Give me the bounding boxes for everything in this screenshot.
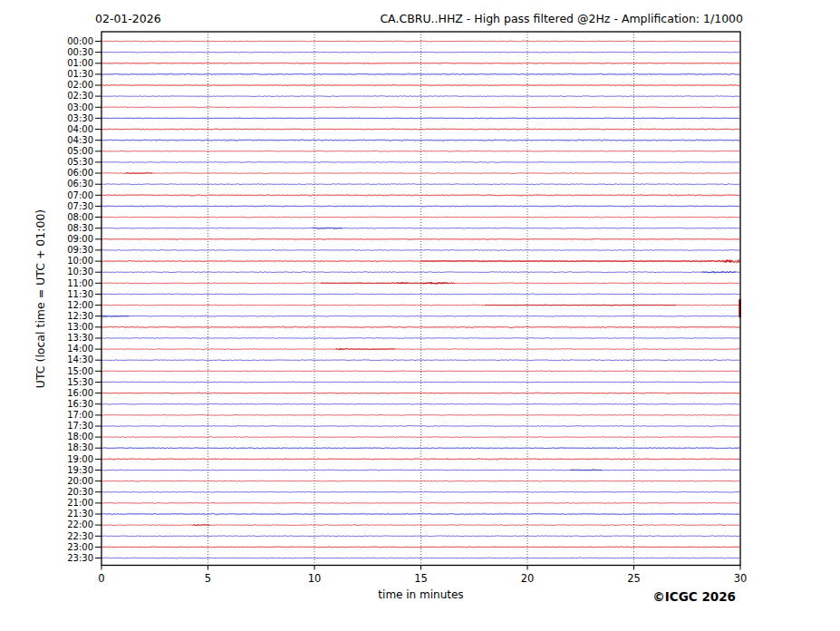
- trace-18:00: [101, 437, 739, 438]
- trace-23:00: [101, 547, 739, 548]
- row-label-06:30: 06:30: [67, 179, 93, 189]
- row-label-17:30: 17:30: [67, 421, 93, 431]
- row-label-16:30: 16:30: [67, 399, 93, 409]
- row-label-21:00: 21:00: [67, 498, 93, 508]
- row-label-02:00: 02:00: [67, 80, 93, 90]
- helicorder-plot: 00:0000:3001:0001:3002:0002:3003:0003:30…: [0, 0, 840, 631]
- row-label-07:30: 07:30: [67, 201, 93, 211]
- figure-title: CA.CBRU..HHZ - High pass filtered @2Hz -…: [380, 12, 743, 25]
- helicorder-figure: 00:0000:3001:0001:3002:0002:3003:0003:30…: [0, 0, 840, 631]
- trace-00:30: [101, 52, 739, 53]
- trace-06:30: [101, 184, 739, 185]
- row-label-13:00: 13:00: [67, 322, 93, 332]
- x-tick-label-25: 25: [627, 572, 641, 585]
- row-label-22:30: 22:30: [67, 531, 93, 541]
- trace-09:30: [101, 249, 739, 250]
- row-label-10:30: 10:30: [67, 267, 93, 277]
- row-label-01:00: 01:00: [67, 58, 93, 68]
- row-label-14:00: 14:00: [67, 344, 93, 354]
- row-label-00:00: 00:00: [67, 36, 93, 46]
- trace-05:00: [101, 150, 739, 151]
- row-label-11:30: 11:30: [67, 289, 93, 299]
- row-label-04:00: 04:00: [67, 124, 93, 134]
- row-label-18:00: 18:00: [67, 432, 93, 442]
- trace-16:30: [101, 403, 739, 404]
- trace-21:00: [101, 502, 739, 503]
- credit-label: ©ICGC 2026: [652, 589, 736, 604]
- x-axis-label: time in minutes: [378, 588, 463, 601]
- row-label-03:30: 03:30: [67, 113, 93, 123]
- row-label-06:00: 06:00: [67, 168, 93, 178]
- row-label-09:30: 09:30: [67, 245, 93, 255]
- trace-15:30: [101, 382, 739, 383]
- trace-event-12:30: [110, 316, 129, 316]
- row-label-15:30: 15:30: [67, 377, 93, 387]
- x-tick-label-10: 10: [308, 572, 322, 585]
- trace-02:30: [101, 96, 739, 97]
- row-label-19:30: 19:30: [67, 465, 93, 475]
- row-label-11:00: 11:00: [67, 278, 93, 288]
- trace-06:00: [101, 173, 739, 174]
- row-label-03:00: 03:00: [67, 102, 93, 112]
- trace-15:00: [101, 371, 739, 372]
- x-tick-label-20: 20: [521, 572, 535, 585]
- trace-23:30: [101, 558, 739, 558]
- trace-12:30: [101, 316, 739, 316]
- row-label-23:00: 23:00: [67, 542, 93, 552]
- trace-17:30: [101, 425, 739, 426]
- x-tick-label-30: 30: [734, 572, 748, 585]
- trace-20:00: [101, 481, 739, 481]
- row-label-10:00: 10:00: [67, 256, 93, 266]
- y-axis-label: UTC (local time = UTC + 01:00): [34, 209, 47, 389]
- row-label-20:00: 20:00: [67, 476, 93, 486]
- row-label-16:00: 16:00: [67, 388, 93, 398]
- row-label-08:30: 08:30: [67, 223, 93, 233]
- row-label-13:30: 13:30: [67, 333, 93, 343]
- trace-03:00: [101, 107, 739, 108]
- trace-11:30: [101, 294, 739, 295]
- row-label-19:00: 19:00: [67, 454, 93, 464]
- row-label-12:00: 12:00: [67, 300, 93, 310]
- row-label-17:00: 17:00: [67, 410, 93, 420]
- row-label-09:00: 09:00: [67, 234, 93, 244]
- row-label-21:30: 21:30: [67, 509, 93, 519]
- x-tick-label-15: 15: [414, 572, 428, 585]
- row-label-12:30: 12:30: [67, 311, 93, 321]
- trace-14:30: [101, 360, 739, 361]
- x-tick-label-5: 5: [205, 572, 211, 585]
- row-label-14:30: 14:30: [67, 354, 93, 364]
- plot-generated-content: 00:0000:3001:0001:3002:0002:3003:0003:30…: [67, 32, 747, 585]
- trace-14:00: [101, 348, 739, 350]
- row-label-20:30: 20:30: [67, 487, 93, 497]
- row-label-00:30: 00:30: [67, 47, 93, 57]
- row-label-05:30: 05:30: [67, 157, 93, 167]
- row-label-05:00: 05:00: [67, 146, 93, 156]
- row-label-04:30: 04:30: [67, 135, 93, 145]
- row-label-22:00: 22:00: [67, 519, 93, 529]
- row-label-15:00: 15:00: [67, 366, 93, 376]
- row-label-07:00: 07:00: [67, 190, 93, 200]
- trace-08:00: [101, 217, 739, 218]
- x-tick-label-0: 0: [98, 572, 104, 585]
- row-label-08:00: 08:00: [67, 212, 93, 222]
- trace-04:00: [101, 129, 739, 130]
- figure-date: 02-01-2026: [95, 12, 161, 25]
- row-label-01:30: 01:30: [67, 69, 93, 79]
- row-label-18:30: 18:30: [67, 442, 93, 452]
- row-label-23:30: 23:30: [67, 553, 93, 563]
- trace-20:30: [101, 491, 739, 492]
- trace-13:30: [101, 337, 739, 338]
- trace-00:00: [101, 41, 739, 42]
- row-label-02:30: 02:30: [67, 91, 93, 101]
